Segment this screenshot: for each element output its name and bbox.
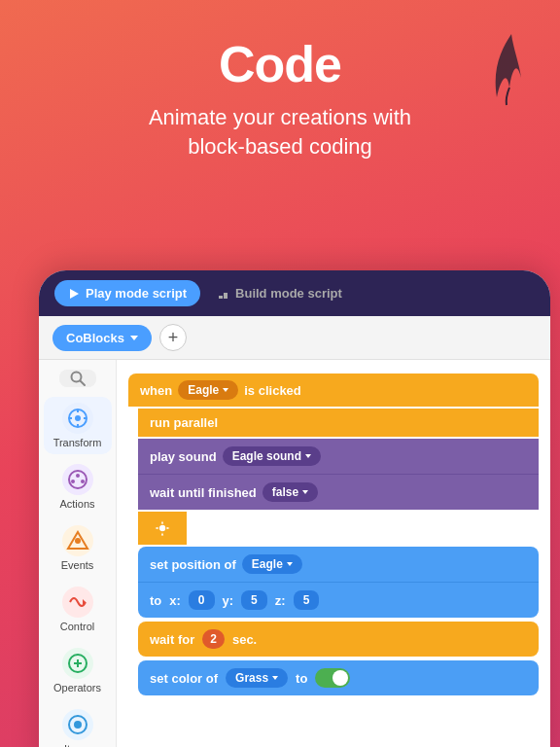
hero-title: Code	[39, 35, 521, 93]
set-position-label: set position of	[150, 557, 236, 572]
transform-icon	[66, 407, 89, 430]
code-area: Transform Actions	[39, 360, 550, 747]
toolbar-row: CoBlocks +	[39, 316, 550, 360]
wait-num-pill[interactable]: 2	[202, 629, 225, 649]
color-toggle[interactable]	[315, 668, 350, 688]
eagle2-pill[interactable]: Eagle	[242, 554, 302, 574]
sidebar-item-events[interactable]: Events	[44, 519, 112, 577]
tab-build-label: Build mode script	[235, 286, 342, 301]
x-value[interactable]: 0	[189, 590, 215, 610]
false-chevron	[302, 490, 308, 494]
svg-point-11	[69, 471, 87, 488]
sec-label: sec.	[232, 632, 257, 647]
device-frame: Play mode script Build mode script CoBlo…	[39, 270, 550, 747]
sidebar-item-actions[interactable]: Actions	[44, 458, 112, 516]
svg-marker-0	[70, 289, 79, 299]
hero-subtitle: Animate your creations withblock-based c…	[39, 103, 521, 160]
false-label: false	[272, 485, 298, 499]
sidebar-operators-label: Operators	[53, 682, 101, 694]
sidebar-actions-label: Actions	[59, 498, 94, 510]
items-icon	[66, 713, 89, 736]
actions-icon	[66, 468, 89, 491]
add-button[interactable]: +	[159, 324, 187, 351]
color-to-label: to	[296, 671, 307, 686]
hero-section: Code Animate your creations withblock-ba…	[0, 0, 560, 180]
operators-icon	[66, 652, 89, 675]
wait-for-label: wait for	[150, 632, 194, 647]
coblocks-label: CoBlocks	[66, 331, 124, 345]
search-button[interactable]	[59, 370, 96, 387]
x-label: x:	[169, 593, 181, 608]
tabs-bar: Play mode script Build mode script	[39, 270, 550, 316]
z-val: 5	[303, 593, 310, 607]
when-block[interactable]: when Eagle is clicked	[128, 374, 539, 407]
set-position-block[interactable]: set position of Eagle	[138, 547, 539, 582]
z-label: z:	[275, 593, 286, 608]
eagle-sound-pill[interactable]: Eagle sound	[223, 446, 321, 466]
search-icon	[69, 370, 87, 387]
grass-label: Grass	[235, 671, 268, 685]
y-label: y:	[223, 593, 234, 608]
eagle-chevron	[223, 388, 228, 392]
y-value[interactable]: 5	[241, 590, 267, 610]
chevron-down-icon	[130, 336, 138, 340]
eagle2-chevron	[287, 562, 293, 566]
svg-line-4	[80, 381, 85, 386]
wait-until-label: wait until finished	[150, 485, 257, 500]
false-pill[interactable]: false	[262, 482, 318, 502]
set-color-block[interactable]: set color of Grass to	[138, 660, 539, 695]
coblocks-button[interactable]: CoBlocks	[52, 325, 152, 351]
svg-point-13	[71, 480, 75, 483]
when-label: when	[140, 383, 172, 398]
position-values-block[interactable]: to x: 0 y: 5 z: 5	[138, 582, 539, 618]
sidebar-item-transform[interactable]: Transform	[44, 397, 112, 454]
grass-pill[interactable]: Grass	[226, 668, 288, 688]
play-sound-label: play sound	[150, 449, 217, 464]
svg-point-12	[76, 474, 80, 478]
sidebar-item-items[interactable]: Items	[44, 703, 112, 747]
set-color-label: set color of	[150, 671, 218, 686]
feather-decoration	[482, 29, 541, 107]
tab-play-mode[interactable]: Play mode script	[54, 280, 200, 306]
build-icon	[218, 288, 229, 300]
plus-icon: +	[168, 329, 179, 346]
sidebar-item-operators[interactable]: Operators	[44, 642, 112, 699]
z-value[interactable]: 5	[294, 590, 320, 610]
x-val: 0	[198, 593, 205, 607]
events-icon-bg	[62, 525, 93, 556]
is-clicked-label: is clicked	[244, 383, 301, 398]
sidebar-events-label: Events	[61, 559, 94, 571]
sidebar-control-label: Control	[60, 621, 94, 632]
wait-for-block[interactable]: wait for 2 sec.	[138, 622, 539, 657]
settings-block[interactable]	[138, 512, 187, 545]
svg-point-22	[74, 721, 82, 729]
eagle-pill[interactable]: Eagle	[178, 380, 238, 400]
svg-point-16	[75, 538, 81, 544]
control-icon	[66, 590, 89, 614]
sidebar-items-label: Items	[64, 743, 90, 747]
wait-until-block[interactable]: wait until finished false	[138, 474, 539, 510]
eagle-sound-label: Eagle sound	[232, 449, 301, 463]
gear-icon	[154, 519, 171, 537]
svg-rect-2	[224, 293, 228, 299]
block-stack: when Eagle is clicked run parallel play …	[128, 374, 539, 695]
svg-point-6	[75, 415, 81, 421]
sidebar-item-control[interactable]: Control	[44, 581, 112, 638]
sidebar-transform-label: Transform	[53, 437, 102, 448]
play-sound-group: play sound Eagle sound wait until finish…	[138, 439, 539, 510]
run-parallel-label: run parallel	[150, 415, 218, 430]
tab-build-mode[interactable]: Build mode script	[204, 280, 356, 306]
events-icon	[66, 529, 89, 552]
play-sound-block[interactable]: play sound Eagle sound	[138, 439, 539, 474]
eagle2-label: Eagle	[252, 557, 283, 571]
wait-num: 2	[210, 632, 217, 646]
actions-icon-bg	[62, 464, 93, 495]
sound-chevron	[305, 454, 311, 458]
tab-play-label: Play mode script	[86, 286, 187, 301]
run-parallel-block[interactable]: run parallel	[138, 409, 539, 437]
grass-chevron	[272, 676, 278, 680]
items-icon-bg	[62, 709, 93, 740]
operators-icon-bg	[62, 648, 93, 679]
y-val: 5	[251, 593, 258, 607]
block-canvas: when Eagle is clicked run parallel play …	[117, 360, 550, 747]
